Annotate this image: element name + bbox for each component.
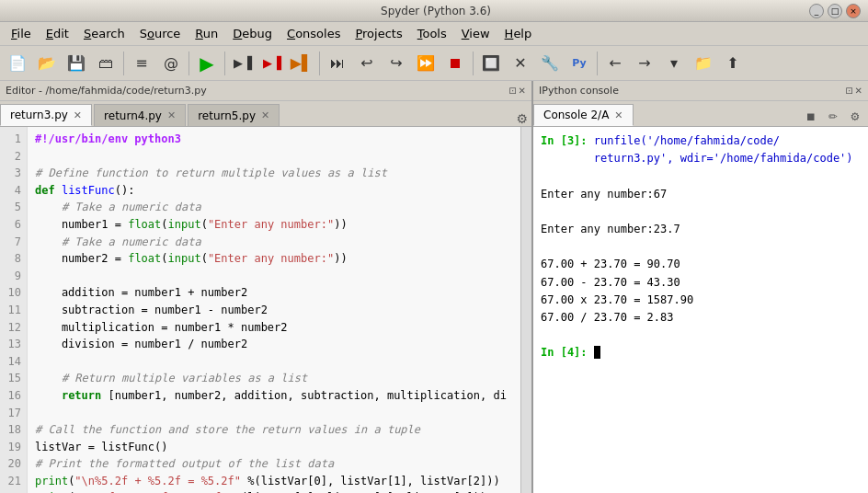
editor-scrollbar[interactable]	[520, 127, 531, 493]
run-cell-advance-button[interactable]: ▶▐	[258, 50, 286, 77]
open-dir-button[interactable]: 📁	[690, 50, 717, 77]
step-into-button[interactable]: ↩	[353, 50, 381, 77]
console-toolbar: ⏹ ✏ ⚙	[802, 108, 864, 126]
console-panel-controls[interactable]: ⊡ ✕	[845, 86, 862, 96]
python-button[interactable]: Py	[565, 50, 593, 77]
profile-button[interactable]: 🔲	[477, 50, 505, 77]
save-file-button[interactable]: 💾	[63, 50, 90, 77]
tab-return5-label: return5.py	[198, 109, 256, 122]
close-button[interactable]: ×	[846, 4, 861, 18]
tab-return4-close[interactable]: ✕	[167, 109, 176, 121]
menu-debug[interactable]: Debug	[225, 25, 280, 42]
console-tab-label: Console 2/A	[543, 109, 609, 121]
main-area: Editor - /home/fahmida/code/return3.py ⊡…	[0, 81, 868, 493]
console-tab-close[interactable]: ✕	[614, 109, 622, 121]
title-bar: Spyder (Python 3.6) _ □ ×	[0, 0, 868, 22]
console-edit-button[interactable]: ✏	[824, 108, 842, 126]
line-numbers: 123456789101112131415161718192021222324	[0, 127, 28, 493]
tab-return5-close[interactable]: ✕	[261, 109, 269, 121]
inspector-button[interactable]: ✕	[507, 50, 534, 77]
editor-float-button[interactable]: ⊡	[508, 86, 516, 96]
tab-return5[interactable]: return5.py ✕	[188, 104, 280, 126]
dropdown-button[interactable]: ▾	[660, 50, 688, 77]
tab-return4-label: return4.py	[104, 109, 162, 122]
toolbar-separator-5	[473, 52, 474, 75]
menu-tools[interactable]: Tools	[410, 25, 454, 42]
console-content[interactable]: In [3]: runfile('/home/fahmida/code/ ret…	[533, 127, 868, 493]
save-all-button[interactable]: 🗃	[92, 50, 120, 77]
window-controls[interactable]: _ □ ×	[809, 4, 861, 18]
code-content[interactable]: #!/usr/bin/env python3 # Define function…	[28, 127, 520, 493]
stop-button[interactable]: ⏹	[441, 50, 469, 77]
menu-view[interactable]: View	[454, 25, 497, 42]
toolbar-separator-1	[123, 52, 124, 75]
step-return-button[interactable]: ↪	[383, 50, 410, 77]
editor-panel-controls[interactable]: ⊡ ✕	[508, 86, 526, 96]
code-area[interactable]: 123456789101112131415161718192021222324 …	[0, 127, 531, 493]
console-stop-button[interactable]: ⏹	[802, 108, 820, 126]
toolbar: 📄 📂 💾 🗃 ≡ @ ▶ ▶▐ ▶▐ ▶▌ ⏭ ↩ ↪ ⏩ ⏹ 🔲 ✕ 🔧 P…	[0, 46, 868, 81]
new-file-button[interactable]: 📄	[4, 50, 31, 77]
menu-help[interactable]: Help	[497, 25, 540, 42]
maximize-button[interactable]: □	[828, 4, 842, 18]
toolbar-separator-2	[188, 52, 189, 75]
console-header-title: IPython console	[539, 85, 619, 97]
console-tabs-bar: Console 2/A ✕ ⏹ ✏ ⚙	[533, 101, 868, 127]
open-file-button[interactable]: 📂	[33, 50, 61, 77]
console-float-button[interactable]: ⊡	[845, 86, 852, 96]
at-button[interactable]: @	[157, 50, 185, 77]
toolbar-separator-3	[224, 52, 225, 75]
back-button[interactable]: ←	[601, 50, 629, 77]
console-header: IPython console ⊡ ✕	[533, 81, 868, 101]
expand-button[interactable]: ⬆	[719, 50, 747, 77]
editor-path: Editor - /home/fahmida/code/return3.py	[6, 85, 207, 97]
editor-close-button[interactable]: ✕	[519, 86, 526, 96]
console-output: In [3]: runfile('/home/fahmida/code/ ret…	[541, 132, 861, 361]
menu-search[interactable]: Search	[76, 25, 132, 42]
tools-button[interactable]: 🔧	[536, 50, 564, 77]
menu-edit[interactable]: Edit	[39, 25, 76, 42]
menu-file[interactable]: File	[4, 25, 39, 42]
menu-bar: File Edit Search Source Run Debug Consol…	[0, 22, 868, 46]
step-over-button[interactable]: ⏭	[324, 50, 351, 77]
tab-return4[interactable]: return4.py ✕	[94, 104, 186, 126]
menu-projects[interactable]: Projects	[348, 25, 409, 42]
console-close-button[interactable]: ✕	[855, 86, 862, 96]
list-button[interactable]: ≡	[128, 50, 155, 77]
menu-source[interactable]: Source	[132, 25, 188, 42]
editor-panel: Editor - /home/fahmida/code/return3.py ⊡…	[0, 81, 533, 493]
toolbar-separator-6	[597, 52, 598, 75]
console-options-button[interactable]: ⚙	[846, 108, 864, 126]
toolbar-separator-4	[319, 52, 320, 75]
continue-button[interactable]: ⏩	[412, 50, 440, 77]
run-cell-button[interactable]: ▶▐	[229, 50, 257, 77]
menu-run[interactable]: Run	[188, 25, 225, 42]
debug-button[interactable]: ▶▌	[288, 50, 315, 77]
run-button[interactable]: ▶	[193, 50, 221, 77]
tab-return3-label: return3.py	[10, 109, 68, 121]
editor-tabs-bar: return3.py ✕ return4.py ✕ return5.py ✕ ⚙	[0, 101, 531, 127]
tab-return3-close[interactable]: ✕	[74, 109, 82, 121]
editor-options-button[interactable]: ⚙	[516, 111, 528, 126]
window-title: Spyder (Python 3.6)	[63, 5, 809, 17]
cursor	[594, 346, 600, 359]
console-panel: IPython console ⊡ ✕ Console 2/A ✕ ⏹ ✏ ⚙ …	[533, 81, 868, 493]
minimize-button[interactable]: _	[809, 4, 824, 18]
editor-header: Editor - /home/fahmida/code/return3.py ⊡…	[0, 81, 531, 101]
forward-button[interactable]: →	[631, 50, 658, 77]
menu-consoles[interactable]: Consoles	[280, 25, 348, 42]
console-tab-2a[interactable]: Console 2/A ✕	[533, 104, 634, 126]
tab-return3[interactable]: return3.py ✕	[0, 104, 92, 126]
